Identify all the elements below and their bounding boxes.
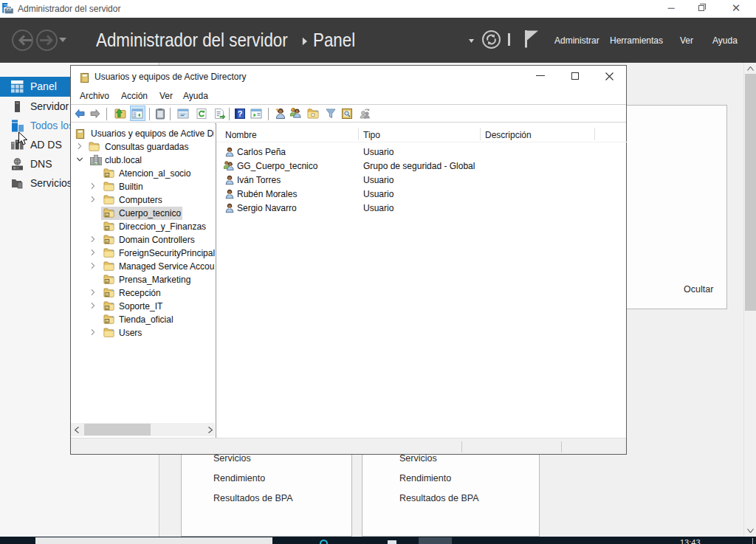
svg-text:?: ? [238, 109, 243, 118]
